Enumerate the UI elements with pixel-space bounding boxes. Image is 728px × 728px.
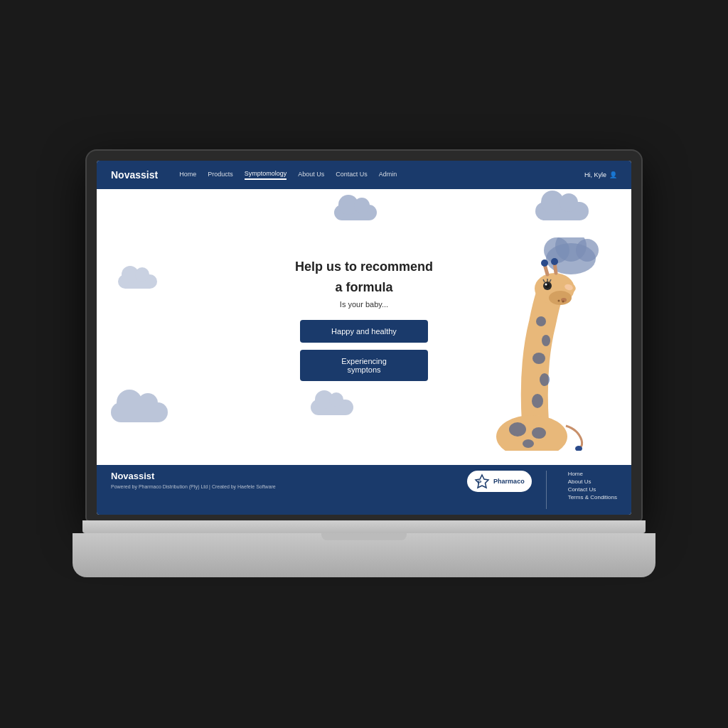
cloud-top-center-decoration (334, 205, 377, 220)
main-heading-line2: a formula (335, 279, 392, 296)
svg-point-27 (509, 422, 526, 437)
nav-link-about[interactable]: About Us (298, 171, 324, 179)
svg-point-7 (542, 335, 550, 346)
laptop-keyboard-base (73, 533, 655, 577)
experiencing-symptoms-button[interactable]: Experiencing symptons (300, 350, 428, 381)
svg-point-5 (540, 373, 550, 386)
screen: Novassist Home Products Symptomology Abo… (97, 161, 631, 515)
svg-point-6 (532, 353, 545, 364)
footer: Novassist Powered by Pharmaco Distributi… (97, 465, 631, 515)
main-content: Help us to recommend a formula Is your b… (97, 189, 631, 465)
svg-point-14 (545, 284, 547, 286)
cloud-left-decoration (118, 274, 157, 289)
svg-point-21 (541, 259, 548, 267)
footer-left: Novassist Powered by Pharmaco Distributi… (111, 471, 453, 489)
happy-healthy-button[interactable]: Happy and healthy (300, 320, 428, 343)
nav-link-admin[interactable]: Admin (379, 171, 397, 179)
nav-brand[interactable]: Novassist (111, 169, 158, 181)
main-heading-line1: Help us to recommend (295, 259, 433, 275)
cloud-bottom-left-decoration (111, 402, 168, 422)
footer-link-about[interactable]: About Us (568, 478, 617, 485)
svg-point-18 (558, 300, 560, 302)
svg-point-8 (536, 316, 546, 326)
laptop-trackpad-notch (321, 533, 407, 540)
svg-point-28 (532, 427, 546, 439)
website: Novassist Home Products Symptomology Abo… (97, 161, 631, 515)
cloud-top-right-decoration (535, 202, 589, 220)
footer-copyright: Powered by Pharmaco Distribution (Pty) L… (111, 484, 453, 489)
footer-pharmaco-logo: P Pharmaco (467, 471, 532, 492)
nav-user: Hi, Kyle 👤 (584, 171, 617, 178)
svg-point-23 (551, 258, 558, 265)
nav-link-symptomology[interactable]: Symptomology (245, 170, 287, 180)
laptop-base (73, 520, 655, 577)
laptop-hinge (82, 520, 646, 533)
svg-point-19 (562, 301, 564, 303)
giraffe-illustration (489, 237, 603, 451)
cloud-bottom-mid-decoration (311, 400, 353, 415)
screen-bezel: Novassist Home Products Symptomology Abo… (87, 151, 641, 520)
footer-link-contact[interactable]: Contact Us (568, 486, 617, 493)
svg-point-10 (549, 291, 572, 305)
footer-brand: Novassist (111, 471, 453, 481)
center-content: Help us to recommend a formula Is your b… (295, 259, 433, 396)
navbar: Novassist Home Products Symptomology Abo… (97, 161, 631, 189)
nav-link-home[interactable]: Home (179, 171, 196, 179)
footer-link-home[interactable]: Home (568, 471, 617, 477)
pharmaco-label: Pharmaco (493, 478, 525, 485)
sub-heading: Is your baby... (340, 300, 388, 309)
footer-divider (546, 471, 547, 509)
nav-link-products[interactable]: Products (208, 171, 233, 179)
svg-point-3 (576, 239, 599, 262)
svg-point-29 (523, 439, 534, 448)
nav-links: Home Products Symptomology About Us Cont… (179, 170, 584, 180)
pharmaco-badge: P Pharmaco (467, 471, 532, 492)
svg-text:P: P (478, 479, 482, 486)
laptop-mockup: Novassist Home Products Symptomology Abo… (73, 151, 655, 577)
footer-links: Home About Us Contact Us Terms & Conditi… (561, 471, 617, 500)
footer-link-terms[interactable]: Terms & Conditions (568, 494, 617, 500)
nav-link-contact[interactable]: Contact Us (336, 171, 368, 179)
svg-point-4 (532, 394, 543, 408)
